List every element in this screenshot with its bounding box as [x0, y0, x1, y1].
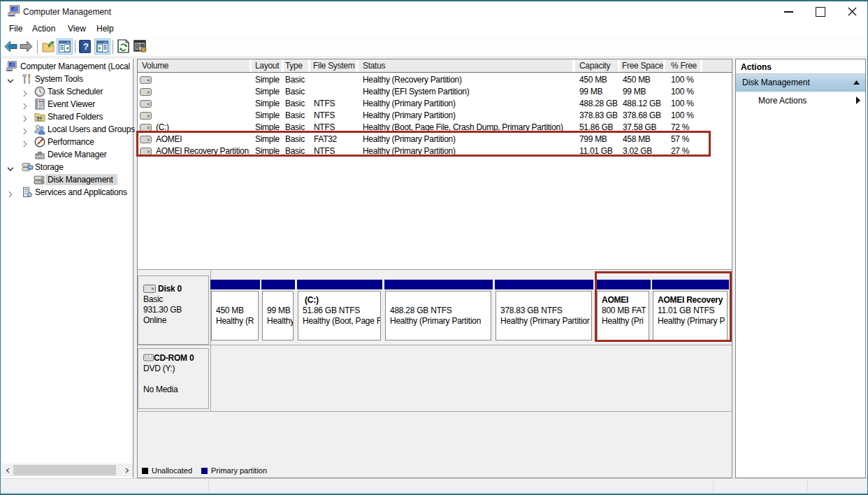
svg-text:?: ? — [83, 41, 89, 52]
